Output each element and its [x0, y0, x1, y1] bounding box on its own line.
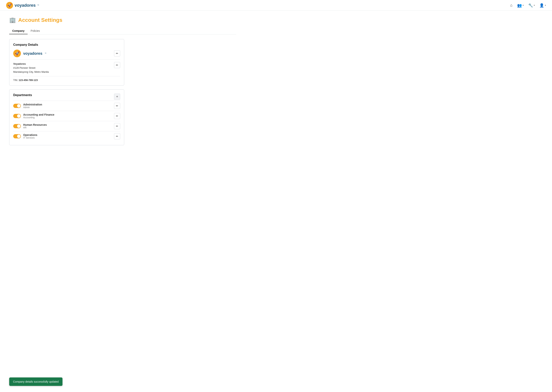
profile-icon: 👤	[539, 3, 544, 8]
company-logo-row: 🚀 voyadores™ ✏	[13, 49, 120, 60]
dept-toggle-2[interactable]	[13, 124, 21, 128]
edit-address-button[interactable]: ✏	[114, 62, 120, 68]
company-address-row: Voyadores #128 Pioneer Street Mandaluyon…	[13, 60, 120, 76]
tab-company[interactable]: Company	[9, 28, 28, 34]
dept-name-0: Administration	[23, 103, 42, 106]
edit-address-icon: ✏	[116, 63, 118, 67]
dept-item-left: Operations IT Services	[13, 133, 37, 139]
company-logo-tm: ™	[45, 52, 46, 54]
navbar: 🚀 voyadores™ ⌂ 👥 ▾ 🔧 ▾ 👤 ▾	[0, 0, 552, 11]
tools-icon: 🔧	[528, 3, 533, 8]
tools-nav-button[interactable]: 🔧 ▾	[528, 3, 535, 8]
add-department-button[interactable]: +	[114, 94, 120, 100]
page-title: Account Settings	[18, 17, 62, 23]
company-logo-name: voyadores	[23, 51, 42, 56]
home-icon: ⌂	[510, 3, 513, 7]
toggle-knob-3	[17, 134, 21, 138]
page-title-row: 🏢 Account Settings	[9, 17, 236, 23]
departments-title: Departments	[13, 93, 32, 97]
tin-label: TIN:	[13, 79, 18, 82]
edit-dept-button-3[interactable]: ✏	[114, 133, 120, 139]
edit-dept-icon-0: ✏	[116, 104, 118, 107]
department-item: Human Resources HR ✏	[13, 121, 120, 131]
navbar-logo: 🚀 voyadores™	[6, 2, 39, 9]
toggle-knob-2	[17, 124, 21, 128]
company-logo-circle: 🚀	[13, 49, 21, 57]
dept-code-2: HR	[23, 126, 47, 129]
company-logo-left: 🚀 voyadores™	[13, 49, 46, 57]
department-item: Accounting and Finance Accounting ✏	[13, 111, 120, 121]
dept-toggle-0[interactable]	[13, 104, 21, 108]
company-address-text: Voyadores #128 Pioneer Street Mandaluyon…	[13, 62, 49, 74]
dept-text-3: Operations IT Services	[23, 133, 37, 139]
edit-dept-button-1[interactable]: ✏	[114, 113, 120, 119]
tabs-row: Company Policies	[9, 28, 236, 35]
tin-value: 123-456-789-123	[19, 79, 38, 82]
department-list: Administration Admin ✏ Accounting and Fi…	[13, 101, 120, 141]
company-name: Voyadores	[13, 63, 26, 65]
profile-caret-icon: ▾	[545, 4, 546, 6]
main-content: 🏢 Account Settings Company Policies Comp…	[0, 11, 245, 155]
departments-card: Departments + Administration Admin ✏	[9, 89, 124, 145]
navbar-actions: ⌂ 👥 ▾ 🔧 ▾ 👤 ▾	[510, 3, 546, 8]
dept-code-1: Accounting	[23, 116, 54, 119]
home-nav-button[interactable]: ⌂	[510, 3, 513, 7]
dept-text-2: Human Resources HR	[23, 123, 47, 129]
tools-caret-icon: ▾	[534, 4, 535, 6]
address-line1: #128 Pioneer Street	[13, 66, 36, 69]
dept-name-1: Accounting and Finance	[23, 113, 54, 116]
address-line2: Mandaluyong City, Metro Manila	[13, 70, 49, 73]
dept-toggle-3[interactable]	[13, 134, 21, 138]
edit-logo-icon: ✏	[116, 52, 118, 55]
company-details-card: Company Details 🚀 voyadores™ ✏ Voyadores…	[9, 39, 124, 85]
page-title-icon: 🏢	[9, 17, 16, 23]
edit-logo-button[interactable]: ✏	[114, 50, 120, 56]
dept-code-0: Admin	[23, 106, 42, 109]
dept-name-3: Operations	[23, 133, 37, 136]
edit-dept-icon-3: ✏	[116, 135, 118, 138]
users-nav-button[interactable]: 👥 ▾	[517, 3, 524, 8]
department-item: Administration Admin ✏	[13, 101, 120, 111]
toggle-knob-1	[17, 114, 21, 118]
tin-row: TIN: 123-456-789-123	[13, 76, 120, 82]
tab-policies[interactable]: Policies	[28, 28, 43, 34]
dept-code-3: IT Services	[23, 136, 37, 139]
profile-nav-button[interactable]: 👤 ▾	[539, 3, 546, 8]
departments-header: Departments +	[13, 93, 120, 100]
toggle-knob-0	[17, 104, 21, 108]
add-icon: +	[116, 95, 118, 99]
edit-dept-icon-2: ✏	[116, 125, 118, 128]
dept-item-left: Administration Admin	[13, 103, 42, 109]
dept-toggle-1[interactable]	[13, 114, 21, 118]
edit-dept-icon-1: ✏	[116, 114, 118, 118]
dept-name-2: Human Resources	[23, 123, 47, 126]
users-caret-icon: ▾	[523, 4, 524, 6]
dept-item-left: Human Resources HR	[13, 123, 47, 129]
department-item: Operations IT Services ✏	[13, 131, 120, 141]
logo-tm: ™	[37, 4, 39, 6]
dept-item-left: Accounting and Finance Accounting	[13, 113, 54, 119]
dept-text-1: Accounting and Finance Accounting	[23, 113, 54, 119]
users-icon: 👥	[517, 3, 522, 8]
dept-text-0: Administration Admin	[23, 103, 42, 109]
logo-icon: 🚀	[6, 2, 13, 9]
edit-dept-button-0[interactable]: ✏	[114, 103, 120, 109]
logo-text: voyadores	[15, 3, 36, 8]
edit-dept-button-2[interactable]: ✏	[114, 123, 120, 129]
company-details-title: Company Details	[13, 43, 120, 47]
